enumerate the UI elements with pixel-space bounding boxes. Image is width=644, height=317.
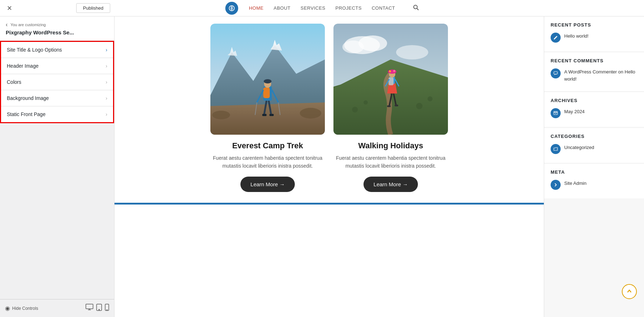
arrow-up-icon bbox=[626, 289, 632, 294]
learn-more-button-walking[interactable]: Learn More → bbox=[364, 177, 418, 192]
top-bar-left: ✕ Published bbox=[0, 3, 114, 13]
recent-comment-text: A WordPress Commenter on Hello world! bbox=[564, 68, 638, 82]
nav-projects[interactable]: PROJECTS bbox=[336, 5, 362, 11]
chevron-header-image-icon: › bbox=[106, 63, 107, 69]
nav-home[interactable]: HOME bbox=[249, 5, 264, 11]
published-button[interactable]: Published bbox=[76, 3, 110, 13]
back-to-top-button[interactable] bbox=[622, 284, 637, 299]
main-layout: ‹ You are customizing Pixgraphy WordPres… bbox=[0, 16, 644, 317]
recent-comment-icon-circle bbox=[551, 68, 561, 78]
svg-rect-20 bbox=[262, 114, 267, 116]
archive-icon bbox=[553, 111, 558, 115]
nav-about[interactable]: ABOUT bbox=[274, 5, 291, 11]
sidebar-title: Pixgraphy WordPress Se... bbox=[6, 29, 108, 35]
svg-rect-46 bbox=[395, 105, 398, 106]
menu-item-label-site-title: Site Title & Logo Options bbox=[7, 47, 62, 53]
chevron-colors-icon: › bbox=[106, 79, 107, 85]
svg-point-42 bbox=[428, 96, 433, 101]
svg-rect-56 bbox=[554, 72, 557, 74]
svg-point-7 bbox=[99, 309, 99, 310]
widget-meta: META Site Admin bbox=[544, 163, 644, 198]
close-button[interactable]: ✕ bbox=[4, 3, 14, 13]
card-title-everest: Everest Camp Trek bbox=[210, 141, 325, 150]
card-everest: Everest Camp Trek Fuerat aestu carentem … bbox=[210, 24, 325, 192]
widget-archives: ARCHIVES May 2024 bbox=[544, 92, 644, 127]
archive-text: May 2024 bbox=[564, 108, 585, 115]
desktop-icon[interactable] bbox=[86, 304, 93, 313]
meta-icon-circle bbox=[551, 180, 561, 190]
sidebar-header: ‹ You are customizing Pixgraphy WordPres… bbox=[0, 16, 114, 41]
card-desc-walking: Fuerat aestu carentem habentia spectent … bbox=[333, 154, 448, 170]
comment-icon bbox=[553, 71, 558, 76]
learn-more-button-everest[interactable]: Learn More → bbox=[240, 177, 295, 192]
widget-recent-posts: RECENT POSTS Hello world! bbox=[544, 16, 644, 51]
walker-scene-image bbox=[333, 24, 448, 135]
logo-icon bbox=[229, 5, 235, 11]
menu-item-background-image[interactable]: Background Image › bbox=[1, 90, 113, 106]
sidebar-subtitle: You are customizing bbox=[10, 23, 46, 27]
menu-item-site-title[interactable]: Site Title & Logo Options › bbox=[1, 42, 113, 58]
customizer-sidebar: ‹ You are customizing Pixgraphy WordPres… bbox=[0, 16, 114, 317]
sidebar-bottom: ◉ Hide Controls bbox=[0, 299, 114, 317]
svg-point-53 bbox=[388, 69, 396, 74]
category-icon-circle bbox=[551, 144, 561, 154]
widget-recent-comments-title: RECENT COMMENTS bbox=[551, 58, 638, 63]
hide-controls-label: Hide Controls bbox=[12, 306, 38, 311]
chevron-right-icon bbox=[553, 183, 558, 187]
search-icon[interactable] bbox=[413, 5, 419, 12]
svg-point-55 bbox=[389, 71, 391, 72]
recent-post-text: Hello world! bbox=[564, 33, 589, 40]
sidebar-back-row[interactable]: ‹ You are customizing bbox=[6, 21, 108, 28]
menu-item-static-front-page[interactable]: Static Front Page › bbox=[1, 106, 113, 122]
folder-icon bbox=[553, 147, 558, 151]
menu-item-label-header-image: Header Image bbox=[7, 63, 39, 69]
nav-services[interactable]: SERVICES bbox=[301, 5, 326, 11]
widget-archives-title: ARCHIVES bbox=[551, 98, 638, 103]
nav-contact[interactable]: CONTACT bbox=[372, 5, 395, 11]
content-area: Everest Camp Trek Fuerat aestu carentem … bbox=[114, 16, 644, 317]
site-logo bbox=[225, 2, 238, 15]
back-arrow-icon: ‹ bbox=[6, 21, 8, 28]
customizer-menu: Site Title & Logo Options › Header Image… bbox=[0, 41, 114, 123]
widget-categories: CATEGORIES Uncategorized bbox=[544, 128, 644, 163]
pencil-icon bbox=[553, 35, 558, 40]
svg-rect-21 bbox=[269, 114, 274, 116]
svg-rect-45 bbox=[387, 105, 391, 107]
widget-meta-title: META bbox=[551, 169, 638, 175]
bottom-blue-bar bbox=[114, 203, 544, 205]
chevron-background-image-icon: › bbox=[106, 95, 107, 101]
svg-point-54 bbox=[393, 70, 395, 72]
svg-marker-15 bbox=[210, 102, 325, 135]
svg-point-34 bbox=[342, 40, 364, 53]
card-walking: Walking Holidays Fuerat aestu carentem h… bbox=[333, 24, 448, 192]
category-text: Uncategorized bbox=[564, 144, 594, 151]
menu-item-header-image[interactable]: Header Image › bbox=[1, 58, 113, 74]
category-item-1: Uncategorized bbox=[551, 144, 638, 154]
card-desc-everest: Fuerat aestu carentem habentia spectent … bbox=[210, 154, 325, 170]
recent-post-icon-circle bbox=[551, 33, 561, 43]
site-header-nav: HOME ABOUT SERVICES PROJECTS CONTACT bbox=[225, 2, 419, 15]
recent-post-item-1: Hello world! bbox=[551, 33, 638, 43]
svg-point-39 bbox=[352, 107, 358, 112]
hide-controls-button[interactable]: ◉ Hide Controls bbox=[5, 305, 38, 312]
svg-rect-23 bbox=[263, 87, 270, 98]
meta-item-1: Site Admin bbox=[551, 180, 638, 190]
svg-rect-3 bbox=[86, 304, 93, 309]
mobile-icon[interactable] bbox=[105, 304, 109, 313]
archive-item-1: May 2024 bbox=[551, 108, 638, 118]
svg-point-35 bbox=[396, 45, 428, 59]
card-title-walking: Walking Holidays bbox=[333, 141, 448, 150]
menu-item-colors[interactable]: Colors › bbox=[1, 74, 113, 90]
archive-icon-circle bbox=[551, 108, 561, 118]
card-image-everest bbox=[210, 24, 325, 135]
widget-recent-posts-title: RECENT POSTS bbox=[551, 22, 638, 28]
site-nav: HOME ABOUT SERVICES PROJECTS CONTACT bbox=[249, 5, 395, 11]
widget-recent-comments: RECENT COMMENTS A WordPress Commenter on… bbox=[544, 52, 644, 91]
tablet-icon[interactable] bbox=[96, 304, 102, 313]
right-sidebar: RECENT POSTS Hello world! RECENT COMMENT… bbox=[544, 16, 644, 317]
chevron-static-front-page-icon: › bbox=[106, 111, 107, 117]
svg-point-1 bbox=[414, 5, 417, 9]
menu-item-label-background-image: Background Image bbox=[7, 95, 49, 101]
card-image-walking bbox=[333, 24, 448, 135]
svg-point-16 bbox=[212, 111, 230, 119]
